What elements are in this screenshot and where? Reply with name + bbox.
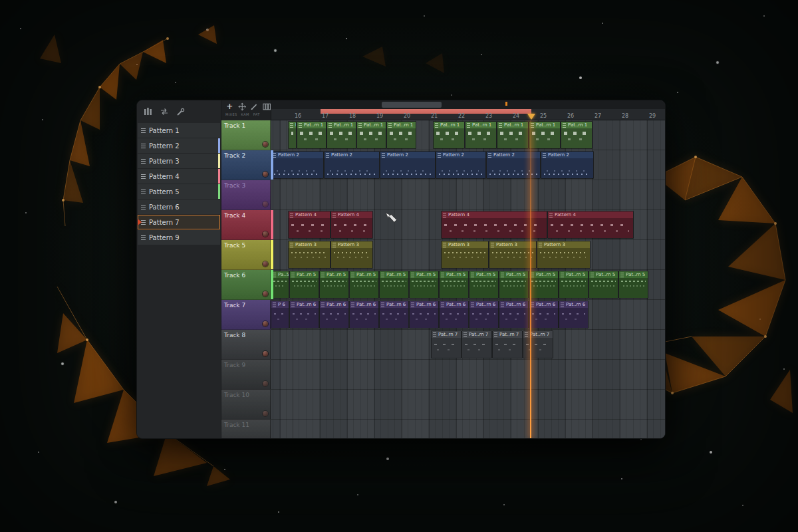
playlist-lane[interactable]: [271, 390, 665, 420]
pattern-clip[interactable]: Pat..rn 6: [289, 301, 319, 329]
pattern-clip[interactable]: Pat..rn 5: [499, 271, 529, 299]
pattern-clip[interactable]: Pattern 4: [331, 211, 373, 239]
record-arm-button[interactable]: [263, 142, 268, 147]
pattern-clip[interactable]: Pat..rn 5: [618, 271, 648, 299]
pattern-clip[interactable]: Pat..rn 7: [523, 331, 553, 358]
pattern-clip[interactable]: Pat..rn 1: [356, 121, 386, 149]
pattern-item[interactable]: Pattern 4: [138, 169, 220, 184]
record-arm-button[interactable]: [263, 261, 268, 267]
playlist-lane[interactable]: P 1Pat..rn 1Pat..rn 1Pat..rn 1Pat..rn 1P…: [271, 120, 665, 150]
pattern-clip[interactable]: Pat..rn 6: [559, 301, 589, 329]
pattern-item[interactable]: Pattern 3: [138, 154, 220, 168]
pattern-clip[interactable]: Pat..rn 6: [529, 301, 559, 329]
track-header[interactable]: Track 2: [221, 150, 271, 180]
pattern-clip[interactable]: Pat..rn 5: [379, 271, 409, 299]
pattern-clip[interactable]: Pat..rn 1: [386, 121, 416, 149]
record-arm-button[interactable]: [263, 351, 268, 356]
pattern-clip[interactable]: Pattern 4: [547, 211, 634, 239]
record-arm-button[interactable]: [263, 411, 268, 416]
pattern-clip[interactable]: Pat..rn 1: [529, 121, 561, 149]
track-header[interactable]: Track 6: [221, 270, 271, 300]
track-header[interactable]: Track 1: [221, 120, 271, 150]
playlist-lane[interactable]: Pattern 2Pattern 2Pattern 2Pattern 2Patt…: [271, 150, 665, 180]
track-header[interactable]: Track 8: [221, 330, 271, 360]
pattern-item[interactable]: Pattern 9: [138, 230, 220, 245]
pattern-clip[interactable]: Pattern 2: [271, 151, 324, 179]
pattern-clip[interactable]: Pat..rn 6: [349, 301, 379, 329]
record-arm-button[interactable]: [263, 201, 268, 207]
pattern-clip[interactable]: Pat..rn 1: [497, 121, 529, 149]
track-header[interactable]: Track 5: [221, 240, 271, 270]
pattern-clip[interactable]: Pat..rn 5: [289, 271, 319, 299]
pattern-clip[interactable]: Pat..rn 5: [589, 271, 618, 299]
pattern-clip[interactable]: Pattern 3: [331, 241, 373, 269]
pattern-clip[interactable]: Pattern 3: [288, 241, 331, 269]
pattern-clip[interactable]: Pat..rn 6: [319, 301, 349, 329]
pattern-item[interactable]: Pattern 7: [138, 215, 220, 229]
playlist-lane[interactable]: Pattern 4Pattern 4Pattern 4Pattern 4: [271, 210, 665, 240]
track-header[interactable]: Track 11: [221, 420, 271, 438]
playlist-lane[interactable]: [271, 420, 665, 438]
pattern-clip[interactable]: Pat..rn 1: [433, 121, 465, 149]
pattern-clip[interactable]: Pat..rn 7: [431, 331, 462, 358]
playlist-lane[interactable]: Pat..rn 7Pat..rn 7Pat..rn 7Pat..rn 7: [271, 330, 665, 360]
record-arm-button[interactable]: [263, 291, 268, 297]
playlist-lane[interactable]: [271, 360, 665, 390]
pattern-clip[interactable]: Pattern 3: [537, 241, 591, 269]
scrollbar-thumb[interactable]: [382, 102, 442, 108]
pattern-clip[interactable]: Pat..rn 6: [409, 301, 439, 329]
record-arm-button[interactable]: [263, 381, 268, 386]
track-header[interactable]: Track 10: [221, 390, 271, 420]
move-tool-icon[interactable]: [238, 102, 247, 111]
pattern-clip[interactable]: Pat..rn 5: [319, 271, 349, 299]
pattern-clip[interactable]: Pat..rn 5: [409, 271, 439, 299]
pattern-clip[interactable]: Pat..rn 5: [439, 271, 469, 299]
track-header[interactable]: Track 7: [221, 300, 271, 330]
pattern-item[interactable]: Pattern 1: [138, 123, 220, 138]
pattern-clip[interactable]: P 1: [288, 121, 297, 149]
record-arm-button[interactable]: [263, 321, 268, 327]
pattern-clip[interactable]: Pat..rn 6: [379, 301, 409, 329]
pattern-clip[interactable]: Pat..rn 7: [462, 331, 492, 358]
pattern-clip[interactable]: Pattern 2: [541, 151, 594, 179]
pattern-clip[interactable]: Pat..rn 6: [469, 301, 499, 329]
pattern-bars-icon[interactable]: [144, 108, 152, 116]
pattern-clip[interactable]: Pat..rn 6: [499, 301, 529, 329]
pattern-clip[interactable]: Pat..rn 1: [561, 121, 593, 149]
pattern-clip[interactable]: Pattern 4: [288, 211, 331, 239]
playlist-lane[interactable]: [271, 180, 665, 210]
wrench-icon[interactable]: [176, 108, 185, 116]
pattern-clip[interactable]: Pattern 2: [436, 151, 486, 179]
track-header[interactable]: Track 3: [221, 180, 271, 210]
pattern-item[interactable]: Pattern 2: [138, 138, 220, 153]
playhead-marker[interactable]: [527, 114, 535, 120]
pattern-clip[interactable]: Pat..rn 5: [349, 271, 379, 299]
pattern-clip[interactable]: Pattern 2: [324, 151, 380, 179]
pattern-item[interactable]: Pattern 5: [138, 184, 220, 199]
pattern-clip[interactable]: Pat..rn 5: [559, 271, 589, 299]
pattern-clip[interactable]: Pat..rn 5: [469, 271, 499, 299]
pattern-clip[interactable]: Pattern 4: [441, 211, 547, 239]
add-button[interactable]: +: [225, 102, 234, 111]
playlist-lane[interactable]: P 6Pat..rn 6Pat..rn 6Pat..rn 6Pat..rn 6P…: [271, 300, 665, 330]
pattern-clip[interactable]: Pattern 2: [486, 151, 541, 179]
pattern-clip[interactable]: Pat..rn 6: [439, 301, 469, 329]
record-arm-button[interactable]: [263, 231, 268, 237]
grid-mode-icon[interactable]: [263, 102, 271, 111]
swap-arrows-icon[interactable]: [160, 108, 169, 116]
pattern-clip[interactable]: Pattern 2: [380, 151, 436, 179]
track-header[interactable]: Track 9: [221, 360, 271, 390]
pattern-clip[interactable]: Pat..rn 1: [465, 121, 497, 149]
pattern-clip[interactable]: Pattern 3: [441, 241, 489, 269]
pattern-clip[interactable]: P 6: [271, 301, 289, 329]
track-header[interactable]: Track 4: [221, 210, 271, 240]
pattern-clip[interactable]: Pat..rn 1: [327, 121, 356, 149]
record-arm-button[interactable]: [263, 172, 268, 177]
pattern-clip[interactable]: Pat..rn 5: [529, 271, 559, 299]
timeline-ruler[interactable]: 1617181920212223242526272829: [271, 109, 665, 120]
pattern-clip[interactable]: Pat..rn 7: [492, 331, 523, 358]
playlist-lane[interactable]: Pa..5Pat..rn 5Pat..rn 5Pat..rn 5Pat..rn …: [271, 270, 665, 300]
horizontal-scrollbar[interactable]: [271, 100, 665, 109]
pattern-item[interactable]: Pattern 6: [138, 200, 220, 214]
playlist-lane[interactable]: Pattern 3Pattern 3Pattern 3Pattern 3Patt…: [271, 240, 665, 270]
